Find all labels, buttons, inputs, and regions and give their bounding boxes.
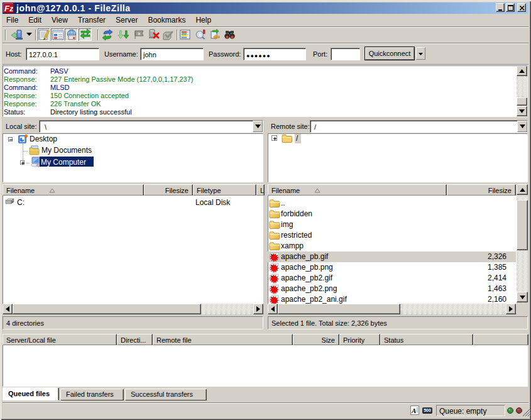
svg-text:Fz: Fz <box>4 4 13 13</box>
svg-text:A: A <box>411 407 416 414</box>
svg-text:x: x <box>138 31 141 36</box>
